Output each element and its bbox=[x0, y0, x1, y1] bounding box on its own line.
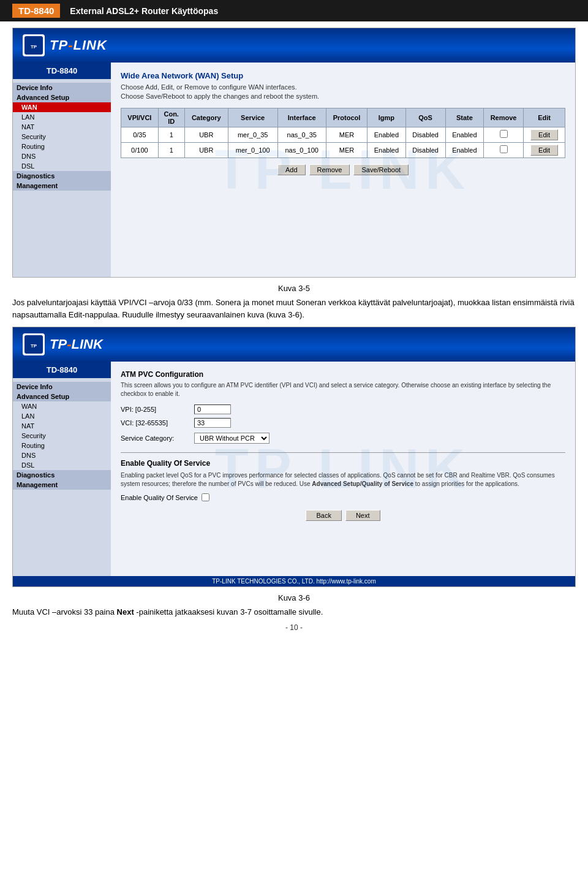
remove-button-1[interactable]: Remove bbox=[309, 164, 350, 175]
qos-section: Enable Quality Of Service Enabling packe… bbox=[121, 452, 565, 501]
sidebar-item-management-2[interactable]: Management bbox=[13, 480, 111, 490]
qos-desc-bold: Advanced Setup/Quality of Service bbox=[312, 480, 413, 487]
body-text-1: Jos palveluntarjoajasi käyttää VPI/VCI –… bbox=[12, 297, 576, 321]
tplink-header-1: TP TP-LINK bbox=[13, 28, 575, 63]
sidebar-model-2: TD-8840 bbox=[13, 362, 111, 378]
page-number: - 10 - bbox=[0, 623, 588, 632]
cell-con-id-row2: 1 bbox=[158, 142, 184, 157]
logo-icon-1: TP bbox=[23, 34, 45, 56]
sidebar-1: TD-8840 Device Info Advanced Setup WAN L… bbox=[13, 63, 111, 277]
sidebar-item-dns-1[interactable]: DNS bbox=[13, 151, 111, 161]
router-content-2: TD-8840 Device Info Advanced Setup WAN L… bbox=[13, 362, 575, 576]
sidebar-item-nat-2[interactable]: NAT bbox=[13, 421, 111, 431]
page-header: TD-8840 External ADSL2+ Router Käyttöopa… bbox=[0, 0, 588, 21]
col-con-id-1: Con.ID bbox=[158, 108, 184, 127]
sidebar-item-routing-2[interactable]: Routing bbox=[13, 441, 111, 450]
wan-desc1-1: Choose Add, Edit, or Remove to configure… bbox=[121, 83, 565, 102]
svg-text:TP: TP bbox=[31, 343, 37, 349]
qos-checkbox-row: Enable Quality Of Service bbox=[121, 493, 565, 501]
col-state-1: State bbox=[445, 108, 483, 127]
cell-edit-row2[interactable]: Edit bbox=[524, 142, 565, 157]
cell-vpi-vci-row1: 0/35 bbox=[121, 127, 159, 142]
sidebar-item-nat-1[interactable]: NAT bbox=[13, 122, 111, 132]
sidebar-item-device-info-2[interactable]: Device Info bbox=[13, 382, 111, 392]
cell-state-row2: Enabled bbox=[445, 142, 483, 157]
col-service-1: Service bbox=[228, 108, 277, 127]
service-category-select[interactable]: UBR Without PCR UBR With PCR CBR Non Rea… bbox=[194, 433, 270, 444]
cell-interface-row1: nas_0_35 bbox=[277, 127, 326, 142]
sidebar-item-dns-2[interactable]: DNS bbox=[13, 450, 111, 460]
logo-text-1: TP-LINK bbox=[50, 37, 107, 53]
cell-con-id-row1: 1 bbox=[158, 127, 184, 142]
remove-checkbox-row1[interactable] bbox=[500, 130, 508, 138]
sidebar-item-management-1[interactable]: Management bbox=[13, 181, 111, 191]
sidebar-item-dsl-1[interactable]: DSL bbox=[13, 161, 111, 171]
col-remove-1: Remove bbox=[483, 108, 523, 127]
add-button-1[interactable]: Add bbox=[277, 164, 306, 175]
main-area-1: TP LINK Wide Area Network (WAN) Setup Ch… bbox=[111, 63, 575, 277]
qos-title: Enable Quality Of Service bbox=[121, 459, 565, 468]
sidebar-item-diagnostics-1[interactable]: Diagnostics bbox=[13, 171, 111, 181]
router-content-1: TD-8840 Device Info Advanced Setup WAN L… bbox=[13, 63, 575, 277]
sidebar-item-diagnostics-2[interactable]: Diagnostics bbox=[13, 470, 111, 480]
sidebar-item-wan-2[interactable]: WAN bbox=[13, 401, 111, 411]
col-category-1: Category bbox=[184, 108, 228, 127]
sidebar-item-advanced-setup-1[interactable]: Advanced Setup bbox=[13, 93, 111, 102]
remove-checkbox-row2[interactable] bbox=[500, 145, 508, 153]
sidebar-item-advanced-setup-2[interactable]: Advanced Setup bbox=[13, 392, 111, 401]
router-screenshot-1: TP TP-LINK TD-8840 Device Info Advanced … bbox=[12, 28, 576, 278]
sidebar-item-device-info-1[interactable]: Device Info bbox=[13, 83, 111, 93]
vpi-row: VPI: [0-255] bbox=[121, 404, 565, 414]
caption-1: Kuva 3-5 bbox=[0, 284, 588, 293]
sidebar-item-routing-1[interactable]: Routing bbox=[13, 142, 111, 151]
vpi-input[interactable] bbox=[194, 404, 231, 414]
header-subtitle: External ADSL2+ Router Käyttöopas bbox=[70, 6, 218, 16]
svg-text:TP: TP bbox=[31, 44, 37, 50]
tplink-logo-2: TP TP-LINK bbox=[23, 333, 103, 355]
cell-igmp-row1: Enabled bbox=[368, 127, 405, 142]
table-row: 0/35 1 UBR mer_0_35 nas_0_35 MER Enabled… bbox=[121, 127, 565, 142]
col-vpi-vci-1: VPI/VCI bbox=[121, 108, 159, 127]
cell-category-row1: UBR bbox=[184, 127, 228, 142]
cell-remove-row2[interactable] bbox=[483, 142, 523, 157]
header-model: TD-8840 bbox=[12, 4, 60, 18]
caption-2: Kuva 3-6 bbox=[0, 593, 588, 602]
atm-desc: This screen allows you to configure an A… bbox=[121, 381, 565, 398]
body-text-2: Muuta VCI –arvoksi 33 paina Next -painik… bbox=[12, 606, 576, 618]
router-screenshot-2: TP TP-LINK TD-8840 Device Info Advanced … bbox=[12, 327, 576, 587]
vci-input[interactable] bbox=[194, 418, 231, 428]
sidebar-2: TD-8840 Device Info Advanced Setup WAN L… bbox=[13, 362, 111, 576]
tplink-footer-2: TP-LINK TECHNOLOGIES CO., LTD. http://ww… bbox=[13, 576, 575, 586]
sidebar-item-wan-1[interactable]: WAN bbox=[13, 102, 111, 112]
col-qos-1: QoS bbox=[405, 108, 445, 127]
logo-text-2: TP-LINK bbox=[50, 336, 103, 352]
cell-protocol-row1: MER bbox=[326, 127, 367, 142]
qos-checkbox[interactable] bbox=[202, 493, 209, 501]
sidebar-item-security-1[interactable]: Security bbox=[13, 132, 111, 142]
sidebar-item-lan-2[interactable]: LAN bbox=[13, 411, 111, 421]
sidebar-item-lan-1[interactable]: LAN bbox=[13, 112, 111, 122]
col-protocol-1: Protocol bbox=[326, 108, 367, 127]
sidebar-item-security-2[interactable]: Security bbox=[13, 431, 111, 441]
cell-interface-row2: nas_0_100 bbox=[277, 142, 326, 157]
next-bold: Next bbox=[117, 607, 134, 617]
cell-edit-row1[interactable]: Edit bbox=[524, 127, 565, 142]
wan-title-1: Wide Area Network (WAN) Setup bbox=[121, 71, 565, 80]
cell-remove-row1[interactable] bbox=[483, 127, 523, 142]
back-button[interactable]: Back bbox=[306, 510, 341, 521]
cell-vpi-vci-row2: 0/100 bbox=[121, 142, 159, 157]
edit-button-row2[interactable]: Edit bbox=[530, 145, 558, 156]
save-reboot-button-1[interactable]: Save/Reboot bbox=[353, 164, 409, 175]
cell-qos-row2: Disabled bbox=[405, 142, 445, 157]
next-button[interactable]: Next bbox=[345, 510, 380, 521]
edit-button-row1[interactable]: Edit bbox=[530, 129, 558, 140]
atm-title: ATM PVC Configuration bbox=[121, 370, 565, 379]
cell-state-row1: Enabled bbox=[445, 127, 483, 142]
service-category-row: Service Category: UBR Without PCR UBR Wi… bbox=[121, 433, 565, 444]
qos-checkbox-label: Enable Quality Of Service bbox=[121, 494, 198, 501]
col-edit-1: Edit bbox=[524, 108, 565, 127]
cell-igmp-row2: Enabled bbox=[368, 142, 405, 157]
sidebar-model-1: TD-8840 bbox=[13, 63, 111, 79]
main-area-2: TP LINK ATM PVC Configuration This scree… bbox=[111, 362, 575, 576]
sidebar-item-dsl-2[interactable]: DSL bbox=[13, 460, 111, 470]
